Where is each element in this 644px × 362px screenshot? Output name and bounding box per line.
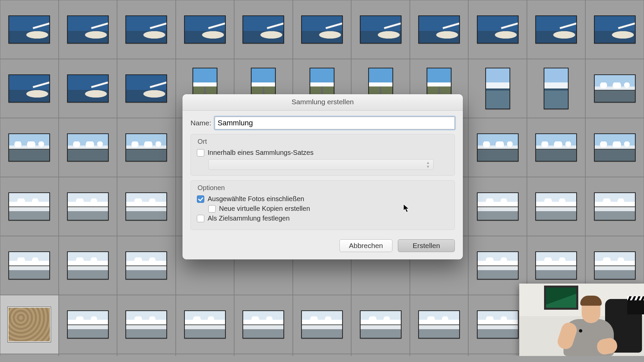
thumbnail-cell[interactable] <box>585 177 644 236</box>
thumbnail-image[interactable] <box>594 133 636 162</box>
thumbnail-cell[interactable] <box>0 177 59 236</box>
target-collection-checkbox[interactable] <box>197 215 204 222</box>
thumbnail-image[interactable] <box>67 310 109 339</box>
thumbnail-cell[interactable] <box>117 177 176 236</box>
thumbnail-cell[interactable] <box>59 0 117 59</box>
thumbnail-image[interactable] <box>594 251 636 280</box>
thumbnail-image[interactable] <box>67 15 109 44</box>
thumbnail-image[interactable] <box>184 15 226 44</box>
thumbnail-image[interactable] <box>594 74 636 103</box>
thumbnail-image[interactable] <box>301 15 343 44</box>
thumbnail-image[interactable] <box>477 133 519 162</box>
thumbnail-cell[interactable] <box>351 295 410 354</box>
thumbnail-cell[interactable] <box>59 118 117 177</box>
thumbnail-image[interactable] <box>125 310 167 339</box>
virtual-copies-checkbox[interactable] <box>208 205 216 213</box>
thumbnail-cell[interactable] <box>0 0 59 59</box>
thumbnail-cell[interactable] <box>585 0 644 59</box>
virtual-copies-row[interactable]: Neue virtuelle Kopien erstellen <box>197 205 448 213</box>
thumbnail-image[interactable] <box>535 251 577 280</box>
thumbnail-cell[interactable] <box>234 295 293 354</box>
thumbnail-cell[interactable] <box>0 59 59 118</box>
thumbnail-image[interactable] <box>477 192 519 221</box>
thumbnail-image[interactable] <box>125 251 167 280</box>
thumbnail-image[interactable] <box>8 74 50 103</box>
thumbnail-image[interactable] <box>8 15 50 44</box>
thumbnail-image[interactable] <box>125 133 167 162</box>
thumbnail-image[interactable] <box>418 15 460 44</box>
thumbnail-image[interactable] <box>67 133 109 162</box>
thumbnail-cell[interactable] <box>585 118 644 177</box>
thumbnail-image[interactable] <box>418 310 460 339</box>
thumbnail-cell[interactable] <box>527 118 586 177</box>
thumbnail-image[interactable] <box>125 15 167 44</box>
thumbnail-cell[interactable] <box>117 0 176 59</box>
thumbnail-image[interactable] <box>535 15 577 44</box>
thumbnail-image[interactable] <box>594 15 636 44</box>
thumbnail-cell[interactable] <box>0 236 59 295</box>
inside-collection-set-row[interactable]: Innerhalb eines Sammlungs-Satzes <box>197 149 448 157</box>
thumbnail-image[interactable] <box>477 310 519 339</box>
thumbnail-cell[interactable] <box>59 177 117 236</box>
thumbnail-cell[interactable] <box>410 295 469 354</box>
thumbnail-image[interactable] <box>8 192 50 221</box>
thumbnail-cell[interactable] <box>234 0 293 59</box>
thumbnail-cell[interactable] <box>59 236 117 295</box>
thumbnail-cell[interactable] <box>351 0 410 59</box>
thumbnail-cell[interactable] <box>410 0 469 59</box>
thumbnail-cell[interactable] <box>527 177 586 236</box>
thumbnail-cell[interactable] <box>468 236 527 295</box>
thumbnail-cell[interactable] <box>293 0 352 59</box>
thumbnail-image[interactable] <box>8 307 51 342</box>
thumbnail-cell[interactable] <box>59 59 117 118</box>
thumbnail-cell[interactable] <box>293 295 352 354</box>
collection-name-input[interactable] <box>215 117 455 129</box>
include-selected-checkbox[interactable] <box>197 195 204 203</box>
thumbnail-cell[interactable] <box>0 118 59 177</box>
thumbnail-image[interactable] <box>477 15 519 44</box>
thumbnail-cell[interactable] <box>59 295 117 354</box>
thumbnail-image[interactable] <box>8 133 50 162</box>
thumbnail-cell[interactable] <box>527 59 586 118</box>
collection-set-select[interactable]: ▲▼ <box>208 159 434 170</box>
thumbnail-cell[interactable] <box>585 59 644 118</box>
thumbnail-cell[interactable] <box>468 177 527 236</box>
thumbnail-image[interactable] <box>485 68 510 109</box>
location-group-label: Ort <box>198 138 448 145</box>
thumbnail-cell[interactable] <box>117 236 176 295</box>
inside-collection-set-checkbox[interactable] <box>197 149 204 157</box>
thumbnail-image[interactable] <box>243 310 284 339</box>
thumbnail-cell[interactable] <box>468 295 527 354</box>
thumbnail-image[interactable] <box>360 15 401 44</box>
thumbnail-cell[interactable] <box>117 295 176 354</box>
thumbnail-image[interactable] <box>8 251 50 280</box>
create-button[interactable]: Erstellen <box>398 239 455 252</box>
thumbnail-image[interactable] <box>125 74 167 103</box>
thumbnail-image[interactable] <box>301 310 343 339</box>
thumbnail-image[interactable] <box>67 251 109 280</box>
dialog-title: Sammlung erstellen <box>182 94 463 111</box>
thumbnail-image[interactable] <box>535 192 577 221</box>
thumbnail-image[interactable] <box>67 192 109 221</box>
thumbnail-cell[interactable] <box>468 118 527 177</box>
thumbnail-image[interactable] <box>360 310 401 339</box>
thumbnail-cell[interactable] <box>117 118 176 177</box>
cancel-button[interactable]: Abbrechen <box>339 239 392 252</box>
thumbnail-image[interactable] <box>477 251 519 280</box>
thumbnail-image[interactable] <box>184 310 226 339</box>
thumbnail-image[interactable] <box>243 15 284 44</box>
thumbnail-image[interactable] <box>535 133 577 162</box>
thumbnail-image[interactable] <box>594 192 636 221</box>
thumbnail-image[interactable] <box>125 192 167 221</box>
include-selected-row[interactable]: Ausgewählte Fotos einschließen <box>197 195 448 203</box>
thumbnail-cell[interactable] <box>468 59 527 118</box>
thumbnail-cell[interactable] <box>0 295 59 354</box>
thumbnail-cell[interactable] <box>527 0 586 59</box>
thumbnail-cell[interactable] <box>176 0 234 59</box>
target-collection-row[interactable]: Als Zielsammlung festlegen <box>197 215 448 222</box>
thumbnail-cell[interactable] <box>117 59 176 118</box>
thumbnail-cell[interactable] <box>176 295 234 354</box>
thumbnail-image[interactable] <box>67 74 109 103</box>
thumbnail-image[interactable] <box>544 68 569 109</box>
thumbnail-cell[interactable] <box>468 0 527 59</box>
